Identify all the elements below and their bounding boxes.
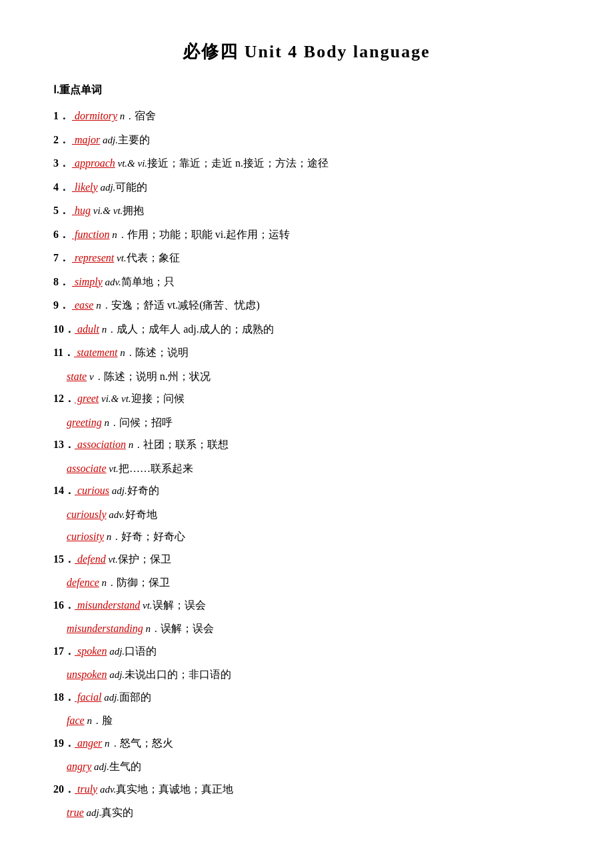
list-item: associate vt.把……联系起来 <box>53 459 560 478</box>
part-of-speech: n． <box>102 417 119 428</box>
list-item: 3． approach vt.& vi.接近；靠近；走近 n.接近；方法；途径 <box>53 154 560 173</box>
english-word: statement <box>74 347 117 358</box>
part-of-speech: adj. <box>98 182 116 193</box>
english-word: represent <box>72 252 114 263</box>
part-of-speech: adj. <box>107 646 125 657</box>
part-of-speech: n． <box>126 439 143 450</box>
part-of-speech: n． <box>143 623 161 634</box>
english-word: approach <box>72 157 115 169</box>
chinese-definition: 问候；招呼 <box>119 417 173 428</box>
chinese-definition: 误解；误会 <box>153 599 206 611</box>
list-item: 11． statement n．陈述；说明 <box>53 343 560 362</box>
section-heading: Ⅰ.重点单词 <box>53 83 560 97</box>
list-item: 2． major adj.主要的 <box>53 131 560 149</box>
english-word: adult <box>75 323 99 335</box>
english-word: curiosity <box>67 531 104 542</box>
word-number: 9． <box>53 296 72 314</box>
part-of-speech: adv. <box>97 784 116 795</box>
word-number: 2． <box>53 131 72 149</box>
list-item: curiously adv.好奇地 <box>53 505 560 524</box>
part-of-speech: v． <box>87 371 103 382</box>
english-word: function <box>72 229 109 240</box>
list-item: 18． facial adj.面部的 <box>53 688 560 707</box>
chinese-definition: 口语的 <box>125 645 157 657</box>
english-word: curiously <box>67 509 107 520</box>
chinese-definition: 陈述；说明 n.州；状况 <box>104 371 211 382</box>
chinese-definition: 简单地；只 <box>121 276 175 287</box>
part-of-speech: vt.& vi. <box>115 158 147 169</box>
english-word: defend <box>75 553 106 565</box>
part-of-speech: adv. <box>103 277 121 287</box>
chinese-definition: 真实的 <box>101 807 133 818</box>
part-of-speech: n． <box>117 111 135 121</box>
list-item: 10． adult n．成人；成年人 adj.成人的；成熟的 <box>53 320 560 339</box>
word-number: 8． <box>53 273 72 291</box>
list-item: true adj.真实的 <box>53 803 560 822</box>
word-number: 19． <box>53 734 75 752</box>
chinese-definition: 作用；功能；职能 vi.起作用；运转 <box>127 229 290 240</box>
part-of-speech: n． <box>99 577 117 588</box>
part-of-speech: vi.& vt. <box>91 205 123 216</box>
english-word: face <box>67 715 85 726</box>
chinese-definition: 把……联系起来 <box>119 463 193 474</box>
page-title: 必修四 Unit 4 Body language <box>53 40 560 63</box>
english-word: likely <box>72 181 98 193</box>
list-item: 6． function n．作用；功能；职能 vi.起作用；运转 <box>53 225 560 244</box>
english-word: state <box>67 371 87 382</box>
english-word: association <box>75 439 126 450</box>
english-word: ease <box>72 299 93 311</box>
word-number: 11． <box>53 343 74 361</box>
chinese-definition: 脸 <box>102 715 113 726</box>
part-of-speech: adj. <box>107 669 125 680</box>
chinese-definition: 好奇的 <box>127 485 159 496</box>
list-item: curiosity n．好奇；好奇心 <box>53 527 560 546</box>
list-item: misunderstanding n．误解；误会 <box>53 619 560 638</box>
list-item: 13． association n．社团；联系；联想 <box>53 435 560 454</box>
chinese-definition: 误解；误会 <box>161 623 214 634</box>
part-of-speech: n． <box>109 229 127 240</box>
chinese-definition: 安逸；舒适 vt.减轻(痛苦、忧虑) <box>111 299 260 311</box>
list-item: face n．脸 <box>53 711 560 730</box>
chinese-definition: 陈述；说明 <box>135 347 189 358</box>
list-item: 17． spoken adj.口语的 <box>53 642 560 661</box>
english-word: simply <box>72 276 103 287</box>
english-word: major <box>72 134 100 145</box>
chinese-definition: 代表；象征 <box>127 252 180 263</box>
list-item: angry adj.生气的 <box>53 757 560 776</box>
word-number: 6． <box>53 225 72 243</box>
word-number: 10． <box>53 320 75 338</box>
english-word: greet <box>75 393 99 404</box>
part-of-speech: adj. <box>109 485 127 496</box>
chinese-definition: 可能的 <box>115 181 147 193</box>
part-of-speech: adj. <box>91 761 109 772</box>
part-of-speech: n． <box>85 715 102 726</box>
english-word: curious <box>75 485 109 496</box>
english-word: defence <box>67 577 99 588</box>
list-item: state v．陈述；说明 n.州；状况 <box>53 367 560 386</box>
list-item: 7． represent vt.代表；象征 <box>53 249 560 267</box>
part-of-speech: vt. <box>106 554 118 565</box>
chinese-definition: 拥抱 <box>123 205 144 216</box>
chinese-definition: 好奇；好奇心 <box>121 531 185 542</box>
list-item: greeting n．问候；招呼 <box>53 413 560 432</box>
chinese-definition: 面部的 <box>119 691 151 703</box>
list-item: 20． truly adv.真实地；真诚地；真正地 <box>53 780 560 799</box>
word-number: 5． <box>53 201 72 219</box>
chinese-definition: 迎接；问候 <box>131 393 185 404</box>
chinese-definition: 保护；保卫 <box>118 553 171 565</box>
english-word: truly <box>75 783 97 795</box>
list-item: 14． curious adj.好奇的 <box>53 481 560 500</box>
word-number: 12． <box>53 389 75 407</box>
word-number: 15． <box>53 550 75 568</box>
part-of-speech: n． <box>117 347 135 358</box>
part-of-speech: vi.& vt. <box>99 393 131 404</box>
chinese-definition: 防御；保卫 <box>117 577 170 588</box>
word-list: 1． dormitory n．宿舍2． major adj.主要的3． appr… <box>53 107 560 822</box>
part-of-speech: vt. <box>114 253 126 263</box>
english-word: true <box>67 807 84 818</box>
english-word: greeting <box>67 417 102 428</box>
part-of-speech: adj. <box>101 692 119 703</box>
english-word: hug <box>72 205 91 216</box>
word-number: 14． <box>53 481 75 499</box>
english-word: associate <box>67 463 107 474</box>
